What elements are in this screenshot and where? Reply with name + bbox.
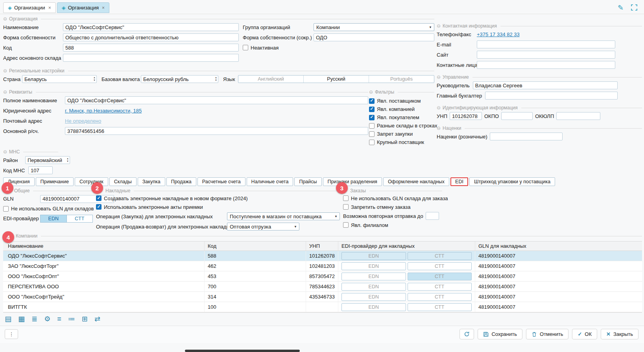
- country-field[interactable]: ▲▼: [22, 75, 97, 83]
- new-format-checkbox[interactable]: [96, 195, 101, 201]
- language-option[interactable]: Русский: [304, 76, 369, 83]
- phone-link[interactable]: +375 17 334 82 33: [477, 31, 520, 37]
- filter-item[interactable]: Явл. компанией: [369, 105, 434, 113]
- okyulp-input[interactable]: [556, 112, 600, 120]
- section-tab[interactable]: Примечание: [36, 177, 74, 186]
- mns-code-input[interactable]: [28, 166, 53, 174]
- edn-button[interactable]: EDN: [341, 283, 406, 291]
- purchase-op-select[interactable]: Поступление в магазин от поставщика ▼: [227, 212, 340, 220]
- edn-button[interactable]: EDN: [40, 215, 67, 223]
- unp-input[interactable]: [450, 112, 482, 120]
- edit-pencil-icon[interactable]: ✎: [618, 4, 624, 12]
- fullscreen-icon[interactable]: [631, 4, 638, 12]
- ownership-input[interactable]: [63, 33, 239, 41]
- doc-tab-organizations[interactable]: ◈ Организации ×: [3, 2, 56, 13]
- head-input[interactable]: [473, 81, 618, 89]
- edn-button[interactable]: EDN: [341, 273, 406, 280]
- table-row[interactable]: ЗАО "ЛюксСофтТорг"462102481203EDNCTT4819…: [3, 261, 642, 271]
- acceptance-acts-checkbox[interactable]: [96, 204, 101, 210]
- collapse-icon[interactable]: ⊖: [437, 125, 441, 131]
- cancel-button[interactable]: Отменить: [526, 329, 568, 339]
- table-row[interactable]: ВИТГТК100EDNCTT4819000140007: [3, 302, 642, 312]
- no-gln-warehouses-checkbox[interactable]: [3, 206, 9, 212]
- close-button[interactable]: ✕ Закрыть: [601, 329, 638, 339]
- collapse-icon[interactable]: ⊖: [3, 89, 7, 95]
- section-tab[interactable]: Оформление накладных: [383, 177, 449, 186]
- numbered-list-icon[interactable]: ≡: [57, 315, 61, 323]
- edn-button[interactable]: EDN: [341, 252, 406, 260]
- export-icon[interactable]: ⊞: [82, 315, 88, 323]
- section-tab[interactable]: Штрихкод упаковки у поставщика: [469, 177, 555, 186]
- ctt-button[interactable]: CTT: [408, 273, 472, 280]
- table-row[interactable]: ООО "ЛюксСофтОпт"453857305472EDNCTT48190…: [3, 271, 642, 282]
- edn-button[interactable]: EDN: [341, 303, 406, 311]
- currency-field[interactable]: ▲▼: [141, 75, 218, 83]
- section-tab[interactable]: Прайсы: [294, 177, 321, 186]
- spinner-icon[interactable]: ▲▼: [215, 76, 217, 82]
- column-header-gln[interactable]: GLN для накладных: [475, 241, 642, 251]
- column-header-edi-provider[interactable]: EDI-провайдер для накладных: [338, 241, 475, 251]
- section-tab[interactable]: Расчетные счета: [197, 177, 245, 186]
- site-input[interactable]: [477, 51, 615, 59]
- contact-persons-input[interactable]: [477, 61, 615, 69]
- save-button[interactable]: Сохранить: [478, 329, 522, 339]
- collapse-icon[interactable]: ⊖: [3, 149, 7, 155]
- section-tab[interactable]: EDI: [450, 177, 468, 186]
- collapse-icon[interactable]: ⊖: [437, 105, 441, 111]
- collapse-icon[interactable]: ⊖: [437, 74, 441, 80]
- ctt-button[interactable]: CTT: [408, 262, 472, 270]
- no-gln-order-checkbox[interactable]: [343, 195, 349, 201]
- is-branch-checkbox[interactable]: [343, 222, 349, 228]
- spinner-icon[interactable]: ▲▼: [93, 76, 96, 82]
- org-group-select[interactable]: Компании ▼: [314, 23, 434, 31]
- filter-item[interactable]: Крупный поставщик: [369, 138, 434, 146]
- close-icon[interactable]: ×: [102, 5, 105, 11]
- currency-input[interactable]: [141, 75, 218, 83]
- language-option[interactable]: Português: [369, 76, 434, 83]
- filter-checkbox[interactable]: [369, 140, 375, 145]
- language-option[interactable]: Английский: [238, 76, 304, 83]
- edn-button[interactable]: EDN: [341, 262, 406, 270]
- ctt-button[interactable]: CTT: [408, 252, 472, 260]
- filter-item[interactable]: Явл. покупателем: [369, 113, 434, 122]
- section-tab[interactable]: Склады: [109, 177, 137, 186]
- district-input[interactable]: [25, 156, 70, 164]
- reload-icon[interactable]: ⇄: [94, 315, 100, 323]
- email-input[interactable]: [477, 41, 615, 48]
- table-row[interactable]: ОДО "ЛюксСофтСервис"588101262078EDNCTT48…: [3, 251, 642, 261]
- section-tab[interactable]: Закупка: [138, 177, 165, 186]
- warehouse-address-input[interactable]: [63, 54, 239, 62]
- group-list-icon[interactable]: ≔: [68, 315, 75, 323]
- list-view-icon[interactable]: ▤: [5, 315, 11, 323]
- spinner-icon[interactable]: ▲▼: [66, 157, 69, 163]
- language-switch[interactable]: АнглийскийРусскийPortuguês: [238, 75, 434, 83]
- section-tab[interactable]: Наличные счета: [247, 177, 293, 186]
- settings-gear-icon[interactable]: ⚙: [44, 315, 50, 323]
- column-header-unp[interactable]: УНП: [306, 241, 338, 251]
- section-tab[interactable]: Сотрудник: [75, 177, 108, 186]
- filter-item[interactable]: Явл. поставщиком: [369, 97, 434, 105]
- resend-input[interactable]: [426, 212, 439, 220]
- collapse-icon[interactable]: ⊖: [437, 23, 441, 29]
- retail-markup-input[interactable]: [490, 133, 563, 140]
- code-input[interactable]: [63, 44, 239, 52]
- more-menu-button[interactable]: ⋮: [5, 329, 18, 339]
- inactive-checkbox[interactable]: [243, 45, 248, 50]
- collapse-icon[interactable]: ⊖: [3, 68, 7, 74]
- close-icon[interactable]: ×: [48, 5, 51, 11]
- grid-view-icon[interactable]: ▦: [18, 315, 25, 323]
- filter-checkbox[interactable]: [369, 131, 375, 137]
- account-input[interactable]: [65, 127, 368, 135]
- country-input[interactable]: [22, 75, 97, 83]
- collapse-icon[interactable]: ⊖: [369, 89, 373, 95]
- ctt-button[interactable]: CTT: [408, 283, 472, 291]
- table-row[interactable]: ПЕРСПЕКТИВА ООО700785344623EDNCTT4819000…: [3, 282, 642, 292]
- table-row[interactable]: ООО "ЛюксСофтТрейд"314435346733EDNCTT481…: [3, 292, 642, 302]
- column-header-name[interactable]: Наименование: [3, 241, 205, 251]
- filter-item[interactable]: Запрет закупки: [369, 130, 434, 138]
- name-input[interactable]: [63, 23, 239, 31]
- return-op-select[interactable]: Оптовая отгрузка ▼: [227, 223, 299, 230]
- filter-checkbox[interactable]: [369, 107, 375, 112]
- forbid-cancel-checkbox[interactable]: [343, 204, 349, 210]
- section-tab[interactable]: Продажа: [166, 177, 196, 186]
